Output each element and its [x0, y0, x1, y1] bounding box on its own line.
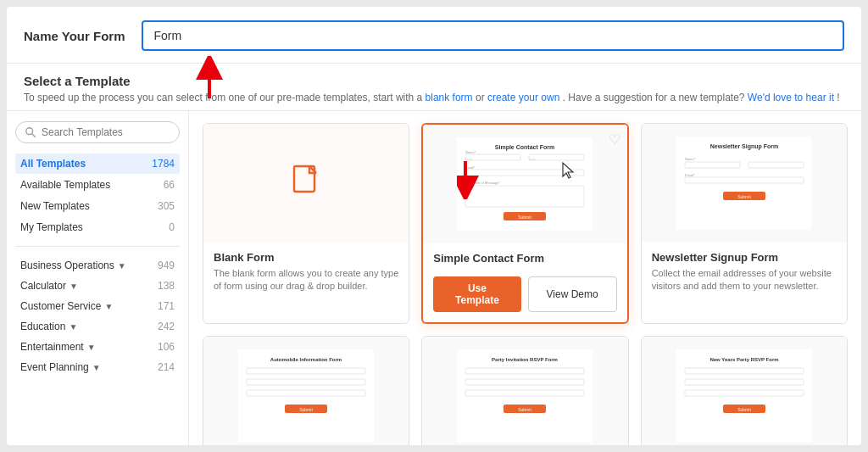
template-title: Newsletter Signup Form: [652, 251, 837, 264]
sidebar-filter-new-templates[interactable]: New Templates305: [15, 196, 180, 216]
template-preview: Simple Contact Form Name* First Last Ema…: [423, 125, 626, 243]
svg-text:Newsletter Signup Form: Newsletter Signup Form: [710, 143, 779, 150]
template-card-auto-info[interactable]: Automobile Information Form Submit Autom…: [203, 336, 409, 445]
svg-text:Name*: Name*: [685, 157, 696, 161]
svg-text:Party Invitation RSVP Form: Party Invitation RSVP Form: [492, 357, 559, 362]
category-count: 106: [158, 341, 175, 353]
svg-text:Submit: Submit: [737, 407, 751, 412]
sidebar-filter-available-templates[interactable]: Available Templates66: [15, 175, 180, 195]
sidebar-filters: All Templates1784Available Templates66Ne…: [15, 153, 180, 237]
view-demo-button[interactable]: View Demo: [528, 276, 617, 312]
svg-text:Submit: Submit: [299, 407, 313, 412]
filter-count: 1784: [152, 158, 175, 170]
select-template-subtitle: To speed up the process you can select f…: [24, 92, 844, 103]
svg-text:Automobile Information Form: Automobile Information Form: [270, 357, 342, 362]
templates-grid: Blank Form The blank form allows you to …: [203, 123, 848, 445]
use-template-button[interactable]: Use Template: [433, 276, 520, 312]
form-name-section: Name Your Form: [7, 7, 861, 64]
svg-text:First: First: [465, 157, 473, 161]
svg-text:New Years Party RSVP Form: New Years Party RSVP Form: [709, 357, 778, 362]
filter-count: 0: [169, 221, 175, 233]
blank-form-icon: [291, 165, 321, 203]
blank-form-link[interactable]: blank form: [426, 92, 473, 103]
filter-count: 305: [158, 200, 175, 212]
search-input[interactable]: [42, 126, 170, 138]
category-label: Customer Service ▼: [20, 300, 113, 312]
template-desc: The blank form allows you to create any …: [214, 267, 398, 293]
template-preview: [203, 124, 409, 243]
template-title: Simple Contact Form: [433, 252, 616, 265]
content-area: All Templates1784Available Templates66Ne…: [7, 111, 861, 445]
form-name-input[interactable]: [142, 20, 844, 51]
templates-area: Blank Form The blank form allows you to …: [189, 111, 861, 445]
subtitle-mid: or: [476, 92, 487, 103]
svg-rect-3: [294, 166, 314, 192]
template-title: Blank Form: [214, 251, 398, 264]
svg-text:Name*: Name*: [465, 150, 476, 154]
hear-it-link[interactable]: We'd love to hear it: [748, 92, 834, 103]
category-count: 171: [158, 300, 175, 312]
category-count: 138: [158, 280, 175, 292]
search-box[interactable]: [15, 121, 180, 143]
sidebar: All Templates1784Available Templates66Ne…: [7, 111, 189, 445]
sidebar-category-customer-service[interactable]: Customer Service ▼171: [15, 296, 180, 316]
sidebar-category-entertainment[interactable]: Entertainment ▼106: [15, 337, 180, 357]
sidebar-categories: Business Operations ▼949Calculator ▼138C…: [15, 255, 180, 377]
template-preview: Party Invitation RSVP Form Submit: [422, 337, 627, 445]
svg-text:Comment or Message*: Comment or Message*: [465, 181, 500, 185]
subtitle-pre: To speed up the process you can select f…: [24, 92, 426, 103]
svg-text:Submit: Submit: [737, 194, 751, 199]
chevron-icon: ▼: [70, 282, 78, 291]
template-desc: Collect the email addresses of your webs…: [652, 267, 837, 293]
svg-text:Email*: Email*: [465, 165, 476, 170]
template-card-newsletter-signup[interactable]: Newsletter Signup Form Name* Email* Subm…: [641, 123, 848, 324]
sidebar-category-event-planning[interactable]: Event Planning ▼214: [15, 357, 180, 377]
filter-count: 66: [164, 179, 175, 191]
category-label: Entertainment ▼: [20, 341, 96, 353]
sidebar-category-calculator[interactable]: Calculator ▼138: [15, 276, 180, 296]
template-preview: Newsletter Signup Form Name* Email* Subm…: [642, 124, 847, 243]
chevron-icon: ▼: [69, 322, 77, 332]
form-name-input-wrapper: [142, 20, 844, 51]
template-info: Blank Form The blank form allows you to …: [203, 243, 409, 302]
svg-text:Simple Contact Form: Simple Contact Form: [495, 144, 554, 151]
template-card-blank[interactable]: Blank Form The blank form allows you to …: [203, 123, 409, 324]
template-card-simple-contact[interactable]: Simple Contact Form Name* First Last Ema…: [421, 123, 628, 324]
chevron-icon: ▼: [87, 343, 96, 352]
svg-text:Submit: Submit: [519, 407, 532, 412]
chevron-icon: ▼: [92, 363, 101, 372]
sidebar-filter-my-templates[interactable]: My Templates0: [15, 217, 180, 237]
search-icon: [25, 126, 36, 138]
svg-text:Last: Last: [529, 157, 536, 161]
chevron-icon: ▼: [104, 302, 113, 311]
sidebar-category-education[interactable]: Education ▼242: [15, 316, 180, 337]
svg-text:Email*: Email*: [685, 173, 695, 177]
filter-label: New Templates: [20, 200, 90, 212]
select-template-section: Select a Template To speed up the proces…: [7, 64, 861, 111]
category-count: 214: [158, 361, 175, 373]
sidebar-divider: [15, 246, 180, 247]
template-actions: Use Template View Demo: [423, 276, 626, 322]
category-label: Calculator ▼: [20, 280, 78, 292]
sidebar-filter-all-templates[interactable]: All Templates1784: [15, 153, 180, 174]
create-own-link[interactable]: create your own: [487, 92, 559, 103]
subtitle-post: . Have a suggestion for a new template?: [563, 92, 748, 103]
svg-text:Submit: Submit: [519, 215, 532, 220]
select-template-title: Select a Template: [24, 74, 844, 88]
category-label: Business Operations ▼: [20, 259, 126, 271]
filter-label: Available Templates: [20, 179, 110, 191]
template-preview: Automobile Information Form Submit: [203, 337, 409, 445]
template-card-new-year[interactable]: New Years Party RSVP Form Submit New Yea…: [641, 336, 848, 445]
category-label: Education ▼: [20, 321, 77, 332]
template-card-party-rsvp[interactable]: Party Invitation RSVP Form Submit Party …: [421, 336, 628, 445]
heart-icon[interactable]: ♡: [609, 131, 620, 148]
template-info: Simple Contact Form: [423, 243, 626, 276]
template-info: Newsletter Signup Form Collect the email…: [642, 243, 847, 302]
template-preview: New Years Party RSVP Form Submit: [642, 337, 847, 445]
category-label: Event Planning ▼: [20, 361, 101, 373]
filter-label: My Templates: [20, 221, 83, 233]
sidebar-category-business-operations[interactable]: Business Operations ▼949: [15, 255, 180, 276]
form-name-label: Name Your Form: [24, 29, 125, 43]
category-count: 242: [158, 321, 175, 332]
svg-line-2: [32, 134, 36, 137]
